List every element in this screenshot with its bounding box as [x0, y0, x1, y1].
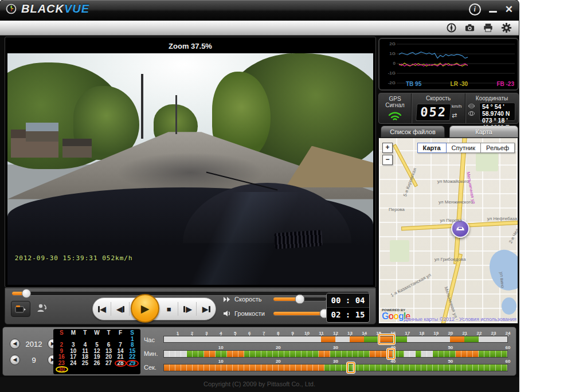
timeline-cell[interactable] [319, 364, 324, 371]
previous-file-button[interactable]: ◀ [93, 302, 111, 316]
step-forward-button[interactable]: ▶ [179, 302, 197, 316]
map-zoom-in-button[interactable]: + [382, 143, 393, 153]
timeline-cell[interactable] [461, 364, 467, 371]
timeline-cell[interactable] [187, 364, 193, 371]
calendar-day[interactable]: 28 [115, 360, 127, 367]
map-type-satellite-button[interactable]: Спутник [447, 143, 481, 153]
timeline-cell[interactable] [439, 351, 444, 357]
timeline-cell[interactable] [221, 364, 227, 371]
timeline-cell[interactable] [375, 364, 381, 371]
timeline-cell[interactable] [273, 364, 279, 371]
calendar-day[interactable]: 30 [56, 367, 68, 373]
seek-thumb[interactable] [22, 289, 31, 298]
calendar-day[interactable]: 23 [56, 360, 68, 367]
timeline-cell[interactable] [502, 364, 507, 371]
timeline-cell[interactable] [336, 351, 342, 357]
timeline-cell[interactable] [404, 364, 410, 371]
timeline-cell[interactable] [427, 364, 433, 371]
timeline-cell[interactable] [421, 364, 427, 371]
timeline-cell[interactable] [181, 364, 187, 371]
timeline-cell[interactable] [493, 336, 507, 342]
timeline-cell[interactable] [204, 351, 210, 357]
timeline-cell[interactable] [227, 364, 233, 371]
timeline-cell[interactable] [267, 364, 273, 371]
timeline-cell[interactable] [404, 351, 410, 357]
calendar-day[interactable]: 29 [126, 360, 138, 367]
year-prev-button[interactable]: ◀ [10, 339, 20, 349]
timeline-cell[interactable] [330, 351, 336, 357]
timeline-cell[interactable] [342, 364, 347, 371]
timeline-cell[interactable] [175, 364, 181, 371]
settings-gear-button[interactable] [501, 22, 512, 33]
timeline-cell[interactable] [261, 351, 267, 357]
timeline-cell[interactable] [450, 364, 456, 371]
timeline-cell[interactable] [178, 336, 193, 342]
timeline-cell[interactable] [444, 351, 450, 357]
timeline-cell[interactable] [479, 351, 484, 357]
timeline-cell[interactable] [302, 351, 307, 357]
camera-snapshot-button[interactable] [464, 22, 475, 33]
timeline-cell[interactable] [164, 364, 170, 371]
timeline-cell[interactable] [198, 364, 204, 371]
timeline-cell[interactable] [244, 364, 250, 371]
seek-slider[interactable] [12, 292, 369, 295]
timeline-cell[interactable] [398, 351, 404, 357]
timeline-cell[interactable] [464, 336, 479, 342]
timeline-cell[interactable] [479, 364, 484, 371]
timeline-cell[interactable] [433, 364, 439, 371]
timeline-cell[interactable] [387, 364, 393, 371]
minimize-button[interactable] [489, 11, 497, 13]
timeline-cell[interactable] [221, 351, 227, 357]
timeline-cell[interactable] [233, 351, 238, 357]
info-button[interactable]: i [469, 3, 481, 15]
timeline-cell[interactable] [421, 336, 436, 342]
timeline-cell[interactable] [216, 351, 221, 357]
next-file-button[interactable]: ▶ [198, 302, 215, 316]
timeline-cell[interactable] [261, 364, 267, 371]
timeline-cell[interactable] [416, 364, 421, 371]
timeline-cell[interactable] [393, 364, 398, 371]
video-viewport[interactable]: 2012-09-30 15:39:31 052km/h [7, 53, 373, 285]
tab-file-list[interactable]: Список файлов [381, 126, 445, 138]
timeline-cell[interactable] [284, 351, 290, 357]
timeline-cell[interactable] [313, 351, 319, 357]
timeline-cell[interactable] [381, 364, 387, 371]
timeline-cell[interactable] [198, 351, 204, 357]
stop-button[interactable]: ■ [161, 302, 178, 316]
timeline-cell[interactable] [296, 364, 302, 371]
timeline-cell[interactable] [250, 351, 256, 357]
timeline-cell[interactable] [207, 336, 221, 342]
calendar-day[interactable]: 25 [79, 360, 91, 367]
timeline-cell[interactable] [496, 364, 502, 371]
timeline-cell[interactable] [502, 351, 507, 357]
calendar-day[interactable]: 26 [91, 360, 103, 367]
timeline-cell[interactable] [490, 364, 496, 371]
timeline-cell[interactable] [467, 364, 473, 371]
timeline-cell[interactable] [364, 364, 370, 371]
timeline-cell[interactable] [342, 351, 347, 357]
timeline-cell[interactable] [427, 351, 433, 357]
timeline-cell[interactable] [290, 351, 296, 357]
map-attribution[interactable]: Данные карты ©2012 - Условия использован… [404, 316, 516, 322]
timeline-cell[interactable] [330, 364, 336, 371]
timeline-cell[interactable] [221, 336, 236, 342]
timeline-cell[interactable] [181, 351, 187, 357]
minute-bar[interactable] [163, 350, 508, 358]
timeline-cell[interactable] [175, 351, 181, 357]
play-button[interactable]: ▶ [131, 294, 159, 323]
timeline-cell[interactable] [324, 351, 330, 357]
timeline-cell[interactable] [187, 351, 193, 357]
print-button[interactable] [483, 22, 494, 33]
timeline-cell[interactable] [444, 364, 450, 371]
timeline-cell[interactable] [193, 351, 198, 357]
second-bar[interactable] [163, 364, 508, 371]
timeline-cell[interactable] [170, 351, 175, 357]
timeline-cell[interactable] [307, 351, 313, 357]
hour-bar[interactable] [163, 336, 508, 343]
timeline-cell[interactable] [484, 351, 490, 357]
timeline-cell[interactable] [450, 351, 456, 357]
timeline-cell[interactable] [279, 336, 293, 342]
timeline-cell[interactable] [439, 364, 444, 371]
timeline-cell[interactable] [293, 336, 307, 342]
step-back-button[interactable]: ◀ [112, 302, 130, 316]
